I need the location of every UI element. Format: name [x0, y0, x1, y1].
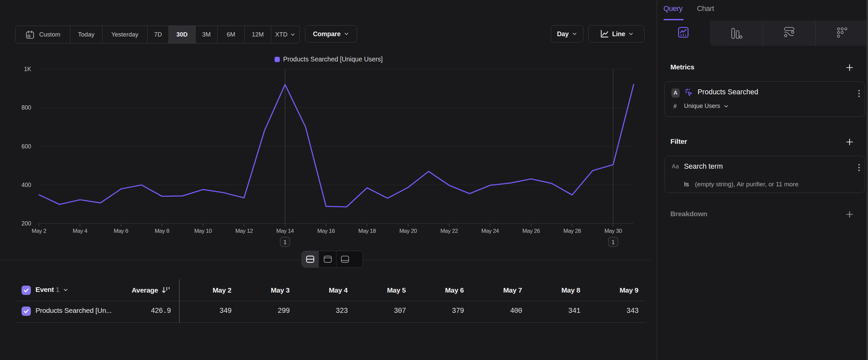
svg-text:May 2: May 2: [32, 228, 46, 234]
svg-text:May 30: May 30: [604, 228, 622, 234]
svg-text:May 14: May 14: [276, 228, 294, 234]
svg-text:May 26: May 26: [523, 228, 540, 234]
svg-text:May 10: May 10: [194, 228, 212, 234]
svg-text:May 20: May 20: [399, 228, 417, 234]
svg-text:May 18: May 18: [359, 228, 376, 234]
svg-text:May 28: May 28: [563, 228, 581, 234]
svg-text:800: 800: [22, 104, 31, 111]
svg-text:1: 1: [612, 239, 615, 245]
svg-text:May 16: May 16: [317, 228, 335, 234]
svg-text:May 4: May 4: [72, 228, 87, 234]
svg-text:200: 200: [22, 220, 31, 227]
svg-text:May 12: May 12: [236, 228, 253, 234]
svg-text:May 22: May 22: [440, 228, 458, 234]
svg-text:May 24: May 24: [482, 228, 499, 234]
svg-text:1: 1: [283, 239, 286, 245]
svg-text:600: 600: [22, 143, 31, 150]
svg-text:May 6: May 6: [114, 228, 128, 234]
svg-text:400: 400: [22, 182, 31, 188]
svg-text:May 8: May 8: [155, 228, 169, 234]
svg-text:1K: 1K: [24, 66, 31, 73]
